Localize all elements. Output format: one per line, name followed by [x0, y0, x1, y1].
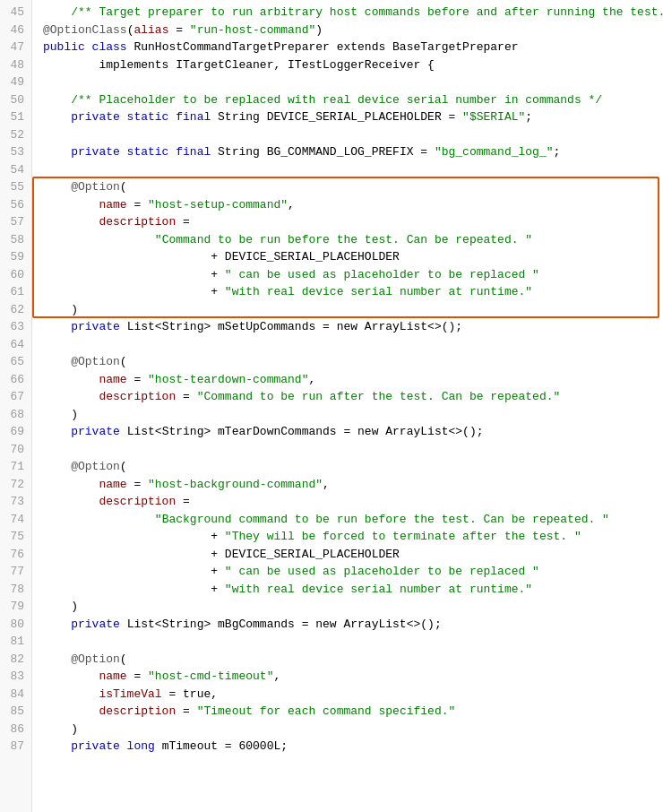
code-line: + DEVICE_SERIAL_PLACEHOLDER — [43, 546, 663, 564]
code-line: @Option( — [43, 178, 663, 196]
token-plain: + — [43, 563, 225, 581]
token-field: description — [43, 213, 176, 231]
code-line: /** Placeholder to be replaced with real… — [43, 91, 663, 109]
line-number: 76 — [7, 546, 24, 564]
code-line: @OptionClass(alias = "run-host-command") — [43, 22, 663, 39]
token-plain: ( — [120, 353, 127, 371]
token-plain: RunHostCommandTargetPreparer extends Bas… — [133, 39, 518, 56]
token-string: "host-teardown-command" — [148, 371, 308, 389]
token-plain: = — [176, 703, 196, 721]
token-keyword: private static final — [43, 108, 218, 126]
line-number: 86 — [7, 721, 24, 739]
code-line: private List<String> mBgCommands = new A… — [43, 616, 663, 634]
token-plain: List<String> mTearDownCommands = new Arr… — [127, 423, 484, 441]
code-line — [43, 441, 663, 459]
code-line: ) — [43, 301, 663, 319]
code-line: + " can be used as placeholder to be rep… — [43, 563, 663, 581]
code-line: @Option( — [43, 651, 663, 669]
token-annotation: @Option — [43, 458, 120, 476]
token-plain: = — [176, 493, 190, 511]
token-string: "host-setup-command" — [148, 196, 288, 214]
token-plain: = — [127, 668, 148, 686]
code-line: "Background command to be run before the… — [43, 511, 663, 529]
token-string: "Command to be run before the test. Can … — [155, 231, 532, 249]
code-line — [43, 161, 663, 179]
token-plain: = — [127, 196, 148, 214]
token-field: name — [43, 371, 127, 389]
line-number: 50 — [7, 91, 24, 109]
line-number: 62 — [7, 301, 24, 319]
line-number: 73 — [7, 493, 24, 511]
token-plain: ( — [120, 178, 127, 196]
token-annotation: @OptionClass — [43, 22, 127, 39]
line-number: 46 — [7, 22, 24, 39]
line-number: 85 — [7, 703, 24, 721]
code-line: ) — [43, 406, 663, 424]
code-line: description = "Command to be run after t… — [43, 388, 663, 406]
token-plain: = — [176, 213, 190, 231]
code-line: + "with real device serial number at run… — [43, 581, 663, 599]
token-keyword: private static final — [43, 143, 218, 161]
token-plain: ) — [43, 721, 78, 739]
token-string: "host-cmd-timeout" — [148, 668, 273, 686]
line-number: 79 — [7, 598, 24, 616]
code-line: private List<String> mSetUpCommands = ne… — [43, 318, 663, 336]
line-number: 54 — [7, 161, 24, 179]
token-string: "$SERIAL" — [462, 108, 525, 126]
line-number: 58 — [7, 231, 24, 249]
token-keyword: private long — [43, 738, 162, 756]
code-line: description = — [43, 493, 663, 511]
token-field: alias — [133, 22, 168, 39]
code-line: ) — [43, 721, 663, 739]
token-plain: String BG_COMMAND_LOG_PREFIX = — [218, 143, 435, 161]
token-plain: = — [176, 388, 196, 406]
code-line: private List<String> mTearDownCommands =… — [43, 423, 663, 441]
token-comment: /** Placeholder to be replaced with real… — [43, 91, 602, 109]
token-string: "with real device serial number at runti… — [225, 283, 532, 301]
code-line: name = "host-teardown-command", — [43, 371, 663, 389]
token-plain: = — [127, 476, 148, 494]
code-container: 4546474849505152535455565758596061626364… — [0, 0, 663, 812]
line-number: 52 — [7, 126, 24, 144]
token-plain: + DEVICE_SERIAL_PLACEHOLDER — [43, 546, 400, 564]
token-plain: ; — [525, 108, 532, 126]
code-line: + " can be used as placeholder to be rep… — [43, 266, 663, 284]
line-number: 48 — [7, 56, 24, 74]
token-plain: + — [43, 283, 225, 301]
token-plain: ) — [315, 22, 323, 39]
token-plain: ) — [43, 406, 78, 424]
token-string: "with real device serial number at runti… — [225, 581, 532, 599]
token-plain: List<String> mBgCommands = new ArrayList… — [127, 616, 442, 634]
code-line: "Command to be run before the test. Can … — [43, 231, 663, 249]
line-number: 57 — [7, 213, 24, 231]
token-plain: ) — [43, 301, 78, 319]
token-string: "Timeout for each command specified." — [197, 703, 456, 721]
line-number: 49 — [7, 73, 24, 91]
code-line: public class RunHostCommandTargetPrepare… — [43, 39, 663, 56]
token-plain: + — [43, 581, 225, 599]
token-comment: /** Target preparer to run arbitrary hos… — [43, 4, 663, 22]
code-line: @Option( — [43, 353, 663, 371]
line-number: 74 — [7, 511, 24, 529]
code-line — [43, 633, 663, 651]
line-number: 84 — [7, 686, 24, 704]
line-number: 67 — [7, 388, 24, 406]
code-line: + DEVICE_SERIAL_PLACEHOLDER — [43, 248, 663, 266]
code-line: private static final String BG_COMMAND_L… — [43, 143, 663, 161]
line-number: 61 — [7, 283, 24, 301]
line-number: 78 — [7, 581, 24, 599]
token-field: name — [43, 196, 127, 214]
token-plain: mTimeout = 60000L; — [162, 738, 288, 756]
line-number: 63 — [7, 318, 24, 336]
token-plain: = — [127, 371, 148, 389]
token-plain: + DEVICE_SERIAL_PLACEHOLDER — [43, 248, 400, 266]
token-plain: , — [288, 196, 295, 214]
line-number: 77 — [7, 563, 24, 581]
code-line: implements ITargetCleaner, ITestLoggerRe… — [43, 56, 663, 74]
code-content[interactable]: /** Target preparer to run arbitrary hos… — [32, 0, 663, 812]
token-string: "Background command to be run before the… — [155, 511, 609, 529]
token-field: name — [43, 476, 127, 494]
line-numbers: 4546474849505152535455565758596061626364… — [0, 0, 32, 812]
line-number: 71 — [7, 458, 24, 476]
token-field: isTimeVal — [43, 686, 162, 704]
